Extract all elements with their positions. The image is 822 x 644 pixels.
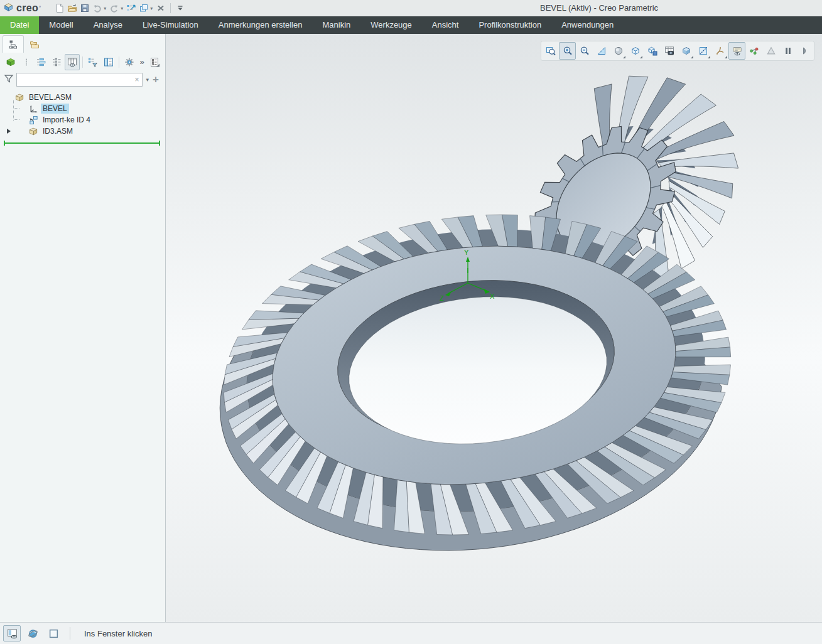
- status-separator: [70, 627, 70, 640]
- section-button[interactable]: [695, 42, 711, 60]
- expand-arrow-icon[interactable]: [7, 129, 11, 134]
- graphics-toolbar: [541, 41, 814, 61]
- tree-window-toggle-button[interactable]: [3, 625, 21, 641]
- web-browser-button[interactable]: [24, 625, 41, 641]
- customize-toolbar-button[interactable]: [174, 1, 187, 15]
- pause-button[interactable]: [779, 42, 796, 60]
- tab-profilkonstruktion[interactable]: Profilkonstruktion: [468, 16, 551, 34]
- tab-datei[interactable]: Datei: [0, 16, 39, 34]
- clear-search-icon[interactable]: ×: [135, 75, 139, 85]
- datum-display-button-dropdown-icon[interactable]: [725, 56, 727, 58]
- undo-button[interactable]: [91, 1, 104, 15]
- tree-item-label[interactable]: Import-ke ID 4: [41, 115, 92, 125]
- tree-search: ×: [16, 73, 143, 87]
- tab-manikin[interactable]: Manikin: [312, 16, 360, 34]
- kebab-handle[interactable]: [18, 54, 33, 70]
- perspective-button[interactable]: [762, 42, 779, 60]
- tree-format-button[interactable]: [101, 54, 116, 70]
- zoom-in-button[interactable]: [559, 42, 576, 60]
- tree-guide-line: [14, 108, 19, 109]
- new-file-button[interactable]: [53, 1, 66, 15]
- tree-item-label[interactable]: BEVEL.ASM: [27, 92, 73, 102]
- tree-columns-button[interactable]: [65, 54, 80, 70]
- quick-access-separator: [170, 3, 171, 13]
- redo-button[interactable]: [108, 1, 121, 15]
- tab-werkzeuge[interactable]: Werkzeuge: [360, 16, 422, 34]
- window-title: BEVEL (Aktiv) - Creo Parametric: [540, 0, 658, 16]
- tree-settings-button[interactable]: [122, 54, 137, 70]
- tab-anwendungen[interactable]: Anwendungen: [551, 16, 624, 34]
- windows-button[interactable]: [138, 1, 150, 15]
- status-message: Ins Fenster klicken: [84, 629, 152, 638]
- assembly-icon: [29, 127, 38, 136]
- tree-options-button[interactable]: [147, 54, 162, 70]
- shading-style-button-dropdown-icon[interactable]: [623, 56, 625, 58]
- repaint-button[interactable]: [593, 42, 610, 60]
- annotation-display-button[interactable]: [728, 42, 745, 60]
- regenerate-button[interactable]: [125, 1, 138, 15]
- tab-analyse[interactable]: Analyse: [84, 16, 132, 34]
- close-window-button[interactable]: [154, 1, 167, 15]
- display-style-button[interactable]: [678, 42, 695, 60]
- import-feature-icon: [29, 115, 38, 125]
- tab-live-simulation[interactable]: Live-Simulation: [132, 16, 208, 34]
- tree-expand-button[interactable]: [34, 54, 49, 70]
- show-context-button[interactable]: [3, 54, 18, 70]
- model-tree-toolbar: »: [0, 53, 165, 71]
- tab-modell[interactable]: Modell: [39, 16, 83, 34]
- tab-ansicht[interactable]: Ansicht: [422, 16, 469, 34]
- creo-logo-text: creo: [16, 3, 38, 14]
- tree-item[interactable]: Import-ke ID 4: [0, 114, 165, 126]
- svg-text:Y: Y: [464, 249, 469, 256]
- 3d-viewport[interactable]: YZX: [166, 34, 822, 623]
- tree-item[interactable]: BEVEL: [0, 103, 165, 114]
- windows-button-dropdown-icon[interactable]: ▾: [150, 6, 153, 11]
- display-style-button-dropdown-icon[interactable]: [691, 56, 693, 58]
- resume-button[interactable]: [796, 42, 813, 60]
- undo-button-dropdown-icon[interactable]: ▾: [104, 6, 106, 11]
- zoom-out-button[interactable]: [576, 42, 593, 60]
- datum-display-button[interactable]: [711, 42, 728, 60]
- tree-guide-line: [14, 119, 19, 120]
- search-dropdown-icon[interactable]: ▾: [143, 77, 153, 83]
- tree-item-label[interactable]: BEVEL: [41, 104, 69, 114]
- save-button[interactable]: [78, 1, 91, 15]
- zoom-box-button[interactable]: [542, 42, 559, 60]
- assembly-icon: [15, 93, 24, 102]
- overflow-chevron[interactable]: »: [137, 57, 146, 67]
- toolbar-separator: [82, 56, 83, 68]
- add-filter-button[interactable]: +: [153, 74, 161, 86]
- tree-item[interactable]: ID3.ASM: [0, 126, 165, 137]
- saved-orientations-button-dropdown-icon[interactable]: [640, 56, 642, 58]
- view-manager-button[interactable]: [644, 42, 661, 60]
- tree-filter-row: × ▾ +: [0, 71, 165, 89]
- toolbar-separator: [119, 56, 119, 68]
- csys-icon: [29, 104, 38, 114]
- shading-style-button[interactable]: [610, 42, 627, 60]
- creo-parametric-window: creo ° ▾▾▾ BEVEL (Aktiv) - Creo Parametr…: [0, 0, 822, 644]
- capture-button[interactable]: [661, 42, 678, 60]
- tab-anmerkungen-erstellen[interactable]: Anmerkungen erstellen: [208, 16, 313, 34]
- model-tree-tab[interactable]: [3, 35, 24, 53]
- ribbon-tab-bar: DateiModellAnalyseLive-SimulationAnmerku…: [0, 16, 822, 34]
- status-bar: Ins Fenster klicken: [0, 622, 822, 644]
- blank-window-button[interactable]: [45, 625, 62, 641]
- tree-splitter-handle[interactable]: [4, 141, 160, 146]
- section-button-dropdown-icon[interactable]: [708, 56, 710, 58]
- title-bar: creo ° ▾▾▾ BEVEL (Aktiv) - Creo Parametr…: [0, 0, 822, 16]
- tree-guide-line: [13, 100, 14, 121]
- saved-orientations-button[interactable]: [627, 42, 644, 60]
- redo-button-dropdown-icon[interactable]: ▾: [121, 6, 123, 11]
- creo-logo: creo °: [3, 2, 41, 15]
- status-toggle-group: [0, 625, 62, 641]
- tree-collapse-button[interactable]: [49, 54, 64, 70]
- tree-item[interactable]: BEVEL.ASM: [0, 92, 165, 103]
- tree-filter-button[interactable]: [85, 54, 100, 70]
- spin-center-button[interactable]: [745, 42, 762, 60]
- tree-item-label[interactable]: ID3.ASM: [41, 126, 75, 136]
- folder-browser-tab[interactable]: [24, 35, 45, 53]
- model-tree-panel: » × ▾ + BEVEL.ASMBEVELImport-ke ID 4ID3.…: [0, 34, 166, 623]
- creo-logo-mark: °: [39, 5, 41, 11]
- tree-search-input[interactable]: [16, 73, 143, 87]
- open-button[interactable]: [66, 1, 78, 15]
